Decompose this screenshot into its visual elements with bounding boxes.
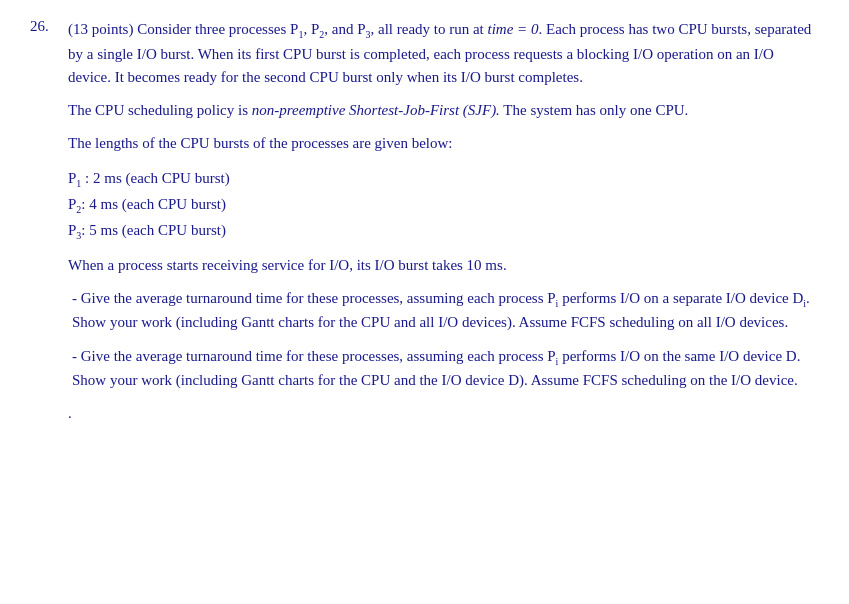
- intro-italic: time = 0: [488, 21, 539, 37]
- p2-desc: : 4 ms (each CPU burst): [81, 196, 226, 212]
- intro-rest: , all ready to run at: [370, 21, 487, 37]
- question-body: (13 points) Consider three processes P1,…: [68, 18, 819, 426]
- p1-desc: : 2 ms (each CPU burst): [81, 170, 229, 186]
- intro-text: (13 points) Consider three processes P: [68, 21, 298, 37]
- question-block: 26. (13 points) Consider three processes…: [30, 18, 819, 426]
- process-list: P1 : 2 ms (each CPU burst) P2: 4 ms (eac…: [68, 166, 819, 244]
- bullet1-start: - Give the average turnaround time for t…: [72, 290, 556, 306]
- para2-start: The CPU scheduling policy is: [68, 102, 252, 118]
- bullet2: - Give the average turnaround time for t…: [68, 345, 819, 393]
- question-number: 26.: [30, 18, 68, 35]
- para4: When a process starts receiving service …: [68, 254, 819, 277]
- p3-desc: : 5 ms (each CPU burst): [81, 222, 226, 238]
- para3: The lengths of the CPU bursts of the pro…: [68, 132, 819, 155]
- para2-end: The system has only one CPU.: [500, 102, 688, 118]
- process-item-3: P3: 5 ms (each CPU burst): [68, 218, 819, 244]
- para2-italic: non-preemptive Shortest-Job-First (SJF).: [252, 102, 500, 118]
- page-content: 26. (13 points) Consider three processes…: [30, 18, 819, 426]
- intro-and: , and P: [324, 21, 365, 37]
- para2: The CPU scheduling policy is non-preempt…: [68, 99, 819, 122]
- process-item-2: P2: 4 ms (each CPU burst): [68, 192, 819, 218]
- dot-line: .: [68, 402, 819, 425]
- process-item-1: P1 : 2 ms (each CPU burst): [68, 166, 819, 192]
- bullet1-mid: performs I/O on a separate I/O device D: [558, 290, 803, 306]
- intro-comma: , P: [303, 21, 319, 37]
- bullet1: - Give the average turnaround time for t…: [68, 287, 819, 335]
- intro-paragraph: (13 points) Consider three processes P1,…: [68, 18, 819, 89]
- bullet2-start: - Give the average turnaround time for t…: [72, 348, 556, 364]
